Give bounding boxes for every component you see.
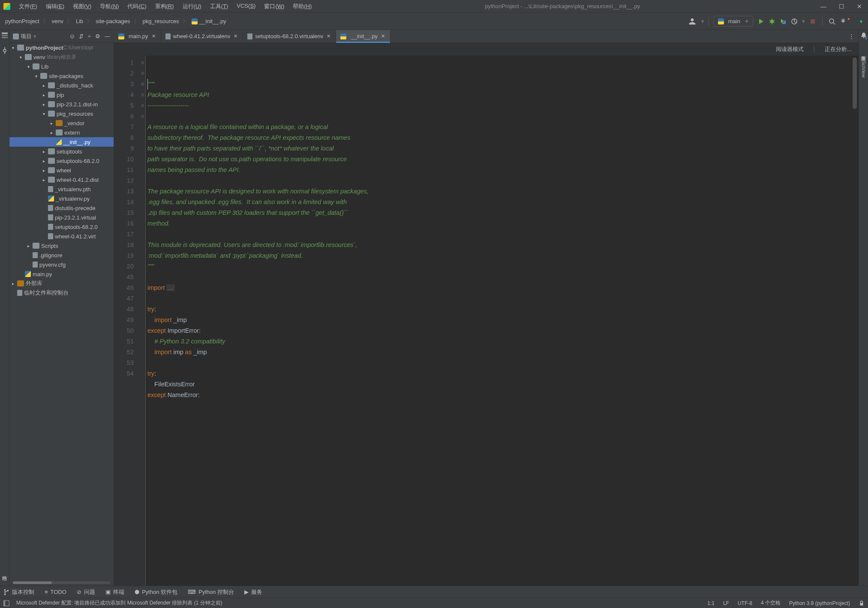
breadcrumb-item[interactable]: __init__.py <box>190 17 228 26</box>
breadcrumb-item[interactable]: venv <box>50 17 65 25</box>
structure-tool-button[interactable]: 结构 <box>1 570 8 574</box>
ai-assistant-button[interactable] <box>858 18 865 25</box>
tree-node[interactable]: .gitignore <box>9 250 114 260</box>
tree-node[interactable]: __init__.py <box>9 137 114 147</box>
editor-tab[interactable]: main.py✕ <box>114 30 161 42</box>
tree-node[interactable]: 临时文件和控制台 <box>9 288 114 298</box>
run-with-coverage-button[interactable] <box>780 18 787 25</box>
python-console-tool-button[interactable]: ⌨Python 控制台 <box>188 588 234 596</box>
tree-node[interactable]: wheel-0.41.2.virt <box>9 232 114 241</box>
menu-视图[interactable]: 视图(V) <box>69 2 95 11</box>
tool-windows-icon[interactable] <box>3 600 9 606</box>
menu-编辑[interactable]: 编辑(E) <box>42 2 68 11</box>
project-tree[interactable]: ▾pythonProject C:\Users\topr▾venv librar… <box>9 43 114 580</box>
breadcrumb-item[interactable]: pythonProject <box>3 17 41 25</box>
profile-button[interactable] <box>791 18 798 25</box>
tree-node[interactable]: ▸pip-23.2.1.dist-in <box>9 99 114 109</box>
breadcrumb-item[interactable]: Lib <box>74 17 85 25</box>
maximize-button[interactable]: ☐ <box>836 3 847 10</box>
menu-导航[interactable]: 导航(N) <box>96 2 122 11</box>
tree-node[interactable]: ▸_distutils_hack <box>9 81 114 90</box>
tree-node[interactable]: ▸wheel-0.41.2.dist <box>9 175 114 184</box>
code-with-me-icon[interactable] <box>688 17 697 26</box>
close-tab-icon[interactable]: ✕ <box>380 33 386 39</box>
close-tab-icon[interactable]: ✕ <box>233 33 238 39</box>
lock-icon[interactable] <box>859 600 865 606</box>
debug-button[interactable] <box>769 18 775 25</box>
tree-node[interactable]: pyvenv.cfg <box>9 260 114 269</box>
menu-工具[interactable]: 工具(T) <box>207 2 232 11</box>
menu-VCS[interactable]: VCS(S) <box>233 2 259 11</box>
select-opened-file-icon[interactable]: ⊙ <box>70 33 75 39</box>
tree-node[interactable]: ▸extern <box>9 128 114 137</box>
hide-panel-icon[interactable]: — <box>105 33 110 39</box>
run-configuration-selector[interactable]: main ▾ <box>713 16 753 27</box>
commit-tool-icon[interactable] <box>1 47 8 54</box>
code-editor[interactable]: """Package resource API-----------------… <box>146 56 859 586</box>
bookmarks-tool-button[interactable]: 书签 <box>1 582 8 586</box>
menu-文件[interactable]: 文件(F) <box>15 2 41 11</box>
close-button[interactable]: ✕ <box>854 3 865 10</box>
collapse-all-icon[interactable]: ÷ <box>88 33 91 39</box>
indent-settings[interactable]: 4 个空格 <box>761 599 781 607</box>
fold-gutter[interactable]: ⊟⊟⊞⊟⊟⊟ <box>140 56 146 586</box>
tree-node[interactable]: distutils-precede <box>9 203 114 213</box>
close-tab-icon[interactable]: ✕ <box>326 33 331 39</box>
tree-node[interactable]: setuptools-68.2.0 <box>9 222 114 232</box>
tabs-more-icon[interactable]: ⋮ <box>844 30 859 42</box>
search-everywhere-button[interactable] <box>829 18 835 25</box>
tree-label: wheel-0.41.2.dist <box>57 177 99 183</box>
tree-node[interactable]: ▸_vendor <box>9 118 114 128</box>
todo-tool-button[interactable]: ≡TODO <box>45 589 66 595</box>
database-tool-button[interactable]: 数据库 <box>860 50 867 55</box>
tree-node[interactable]: ▸setuptools-68.2.0 <box>9 156 114 166</box>
menu-运行[interactable]: 运行(U) <box>179 2 205 11</box>
tree-node[interactable]: ▸Scripts <box>9 241 114 250</box>
line-separator[interactable]: LF <box>723 600 729 606</box>
project-tool-icon[interactable] <box>1 32 8 39</box>
tree-node[interactable]: ▾site-packages <box>9 71 114 81</box>
stop-button[interactable] <box>809 18 816 25</box>
tree-horizontal-scrollbar[interactable] <box>13 581 110 584</box>
menu-帮助[interactable]: 帮助(H) <box>289 2 315 11</box>
reader-mode-button[interactable]: 阅读器模式 <box>774 45 805 53</box>
editor-scrollbar[interactable] <box>853 57 857 109</box>
panel-settings-icon[interactable]: ⚙ <box>95 33 100 39</box>
tree-node[interactable]: pip-23.2.1.virtual <box>9 213 114 222</box>
tree-node[interactable]: ▾pythonProject C:\Users\topr <box>9 43 114 52</box>
close-tab-icon[interactable]: ✕ <box>151 33 156 39</box>
python-interpreter[interactable]: Python 3.9 (pythonProject) <box>789 600 850 606</box>
cursor-position[interactable]: 1:1 <box>707 600 715 606</box>
problems-tool-button[interactable]: ⊘问题 <box>77 588 95 596</box>
tree-node[interactable]: ▾venv library根目录 <box>9 52 114 62</box>
breadcrumb-item[interactable]: pkg_resources <box>141 17 181 25</box>
file-encoding[interactable]: UTF-8 <box>738 600 752 606</box>
editor-tab[interactable]: wheel-0.41.2.virtualenv✕ <box>161 30 243 42</box>
expand-all-icon[interactable]: ⇵ <box>79 33 84 39</box>
run-button[interactable] <box>757 18 764 25</box>
tree-node[interactable]: ▾pkg_resources <box>9 109 114 118</box>
sciview-tool-button[interactable]: SciView <box>861 58 866 80</box>
tree-node[interactable]: ▸setuptools <box>9 147 114 156</box>
settings-button[interactable] <box>840 18 847 25</box>
editor-tab[interactable]: __init__.py✕ <box>336 30 390 42</box>
tree-node[interactable]: ▸外部库 <box>9 279 114 288</box>
tree-node[interactable]: ▸pip <box>9 90 114 99</box>
tree-node[interactable]: main.py <box>9 269 114 279</box>
terminal-tool-button[interactable]: ▣终端 <box>105 588 124 596</box>
line-number-gutter[interactable]: 1234567891011121314151617181920454647484… <box>114 56 140 586</box>
services-tool-button[interactable]: ▶服务 <box>244 588 262 596</box>
menu-代码[interactable]: 代码(C) <box>124 2 150 11</box>
vcs-tool-button[interactable]: 版本控制 <box>3 588 34 596</box>
menu-窗口[interactable]: 窗口(W) <box>261 2 288 11</box>
window-title: pythonProject - ...\Lib\site-packages\pk… <box>315 3 810 9</box>
breadcrumb-item[interactable]: site-packages <box>94 17 132 25</box>
minimize-button[interactable]: — <box>818 3 829 10</box>
editor-tab[interactable]: setuptools-68.2.0.virtualenv✕ <box>243 30 336 42</box>
tree-node[interactable]: ▸wheel <box>9 166 114 175</box>
tree-node[interactable]: ▾Lib <box>9 62 114 71</box>
python-packages-tool-button[interactable]: ⬢Python 软件包 <box>135 588 177 596</box>
tree-node[interactable]: _virtualenv.pth <box>9 184 114 194</box>
tree-node[interactable]: _virtualenv.py <box>9 194 114 203</box>
menu-重构[interactable]: 重构(R) <box>152 2 177 11</box>
